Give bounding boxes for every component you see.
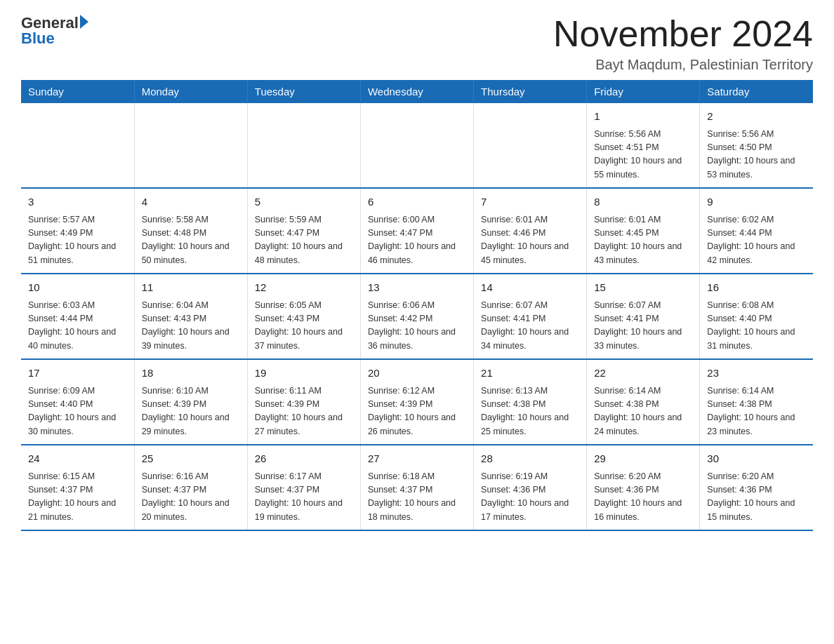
day-info: Sunrise: 6:18 AMSunset: 4:37 PMDaylight:… [368, 470, 466, 525]
day-info: Sunrise: 6:10 AMSunset: 4:39 PMDaylight:… [142, 384, 240, 439]
day-number: 9 [707, 194, 806, 210]
day-cell: 27Sunrise: 6:18 AMSunset: 4:37 PMDayligh… [360, 445, 473, 530]
day-number: 25 [142, 451, 240, 467]
day-cell: 16Sunrise: 6:08 AMSunset: 4:40 PMDayligh… [700, 274, 813, 359]
day-info: Sunrise: 6:14 AMSunset: 4:38 PMDaylight:… [594, 384, 692, 439]
day-cell: 20Sunrise: 6:12 AMSunset: 4:39 PMDayligh… [360, 359, 473, 445]
day-cell: 9Sunrise: 6:02 AMSunset: 4:44 PMDaylight… [700, 188, 813, 274]
logo-arrow-icon [80, 15, 88, 29]
day-cell [474, 103, 587, 188]
day-cell [21, 103, 134, 188]
day-cell: 28Sunrise: 6:19 AMSunset: 4:36 PMDayligh… [474, 445, 587, 530]
day-info: Sunrise: 6:04 AMSunset: 4:43 PMDaylight:… [142, 299, 240, 354]
day-info: Sunrise: 6:07 AMSunset: 4:41 PMDaylight:… [481, 299, 579, 354]
day-number: 19 [255, 365, 353, 382]
day-number: 4 [142, 194, 240, 210]
day-cell: 22Sunrise: 6:14 AMSunset: 4:38 PMDayligh… [587, 359, 700, 445]
location-subtitle: Bayt Maqdum, Palestinian Territory [553, 57, 813, 73]
day-number: 27 [368, 451, 466, 467]
day-number: 10 [28, 280, 127, 296]
day-cell: 29Sunrise: 6:20 AMSunset: 4:36 PMDayligh… [587, 445, 700, 530]
header-sunday: Sunday [21, 80, 134, 103]
header-tuesday: Tuesday [247, 80, 360, 103]
day-cell: 18Sunrise: 6:10 AMSunset: 4:39 PMDayligh… [134, 359, 247, 445]
day-number: 29 [594, 451, 692, 467]
day-cell [247, 103, 360, 188]
day-info: Sunrise: 6:03 AMSunset: 4:44 PMDaylight:… [28, 299, 127, 354]
day-number: 24 [28, 451, 127, 467]
day-number: 21 [481, 365, 579, 382]
day-info: Sunrise: 6:19 AMSunset: 4:36 PMDaylight:… [481, 470, 579, 525]
day-info: Sunrise: 6:13 AMSunset: 4:38 PMDaylight:… [481, 384, 579, 439]
day-cell: 10Sunrise: 6:03 AMSunset: 4:44 PMDayligh… [21, 274, 134, 359]
day-cell: 23Sunrise: 6:14 AMSunset: 4:38 PMDayligh… [700, 359, 813, 445]
header-saturday: Saturday [700, 80, 813, 103]
day-info: Sunrise: 6:12 AMSunset: 4:39 PMDaylight:… [368, 384, 466, 439]
day-cell: 7Sunrise: 6:01 AMSunset: 4:46 PMDaylight… [474, 188, 587, 274]
week-row-2: 3Sunrise: 5:57 AMSunset: 4:49 PMDaylight… [21, 188, 813, 274]
day-cell: 1Sunrise: 5:56 AMSunset: 4:51 PMDaylight… [587, 103, 700, 188]
day-info: Sunrise: 6:11 AMSunset: 4:39 PMDaylight:… [255, 384, 353, 439]
day-info: Sunrise: 6:15 AMSunset: 4:37 PMDaylight:… [28, 470, 127, 525]
day-number: 5 [255, 194, 353, 210]
header-monday: Monday [134, 80, 247, 103]
day-cell: 26Sunrise: 6:17 AMSunset: 4:37 PMDayligh… [247, 445, 360, 530]
day-info: Sunrise: 5:58 AMSunset: 4:48 PMDaylight:… [142, 213, 240, 268]
day-cell: 8Sunrise: 6:01 AMSunset: 4:45 PMDaylight… [587, 188, 700, 274]
day-number: 13 [368, 280, 466, 296]
day-info: Sunrise: 6:00 AMSunset: 4:47 PMDaylight:… [368, 213, 466, 268]
day-info: Sunrise: 6:09 AMSunset: 4:40 PMDaylight:… [28, 384, 127, 439]
day-cell [360, 103, 473, 188]
day-cell: 5Sunrise: 5:59 AMSunset: 4:47 PMDaylight… [247, 188, 360, 274]
day-cell: 25Sunrise: 6:16 AMSunset: 4:37 PMDayligh… [134, 445, 247, 530]
week-row-3: 10Sunrise: 6:03 AMSunset: 4:44 PMDayligh… [21, 274, 813, 359]
day-info: Sunrise: 6:14 AMSunset: 4:38 PMDaylight:… [707, 384, 806, 439]
day-cell: 17Sunrise: 6:09 AMSunset: 4:40 PMDayligh… [21, 359, 134, 445]
day-cell [134, 103, 247, 188]
week-row-4: 17Sunrise: 6:09 AMSunset: 4:40 PMDayligh… [21, 359, 813, 445]
week-row-5: 24Sunrise: 6:15 AMSunset: 4:37 PMDayligh… [21, 445, 813, 530]
day-number: 22 [594, 365, 692, 382]
day-cell: 12Sunrise: 6:05 AMSunset: 4:43 PMDayligh… [247, 274, 360, 359]
logo-blue: Blue [21, 29, 55, 48]
day-cell: 3Sunrise: 5:57 AMSunset: 4:49 PMDaylight… [21, 188, 134, 274]
day-info: Sunrise: 6:20 AMSunset: 4:36 PMDaylight:… [707, 470, 806, 525]
day-number: 15 [594, 280, 692, 296]
day-number: 28 [481, 451, 579, 467]
day-cell: 4Sunrise: 5:58 AMSunset: 4:48 PMDaylight… [134, 188, 247, 274]
day-info: Sunrise: 5:59 AMSunset: 4:47 PMDaylight:… [255, 213, 353, 268]
day-info: Sunrise: 6:07 AMSunset: 4:41 PMDaylight:… [594, 299, 692, 354]
day-number: 16 [707, 280, 806, 296]
day-cell: 30Sunrise: 6:20 AMSunset: 4:36 PMDayligh… [700, 445, 813, 530]
logo: General Blue [21, 14, 88, 48]
day-cell: 14Sunrise: 6:07 AMSunset: 4:41 PMDayligh… [474, 274, 587, 359]
calendar-header-row: SundayMondayTuesdayWednesdayThursdayFrid… [21, 80, 813, 103]
day-number: 17 [28, 365, 127, 382]
day-info: Sunrise: 6:20 AMSunset: 4:36 PMDaylight:… [594, 470, 692, 525]
week-row-1: 1Sunrise: 5:56 AMSunset: 4:51 PMDaylight… [21, 103, 813, 188]
day-number: 20 [368, 365, 466, 382]
day-number: 26 [255, 451, 353, 467]
header-friday: Friday [587, 80, 700, 103]
day-info: Sunrise: 6:16 AMSunset: 4:37 PMDaylight:… [142, 470, 240, 525]
day-number: 7 [481, 194, 579, 210]
day-cell: 13Sunrise: 6:06 AMSunset: 4:42 PMDayligh… [360, 274, 473, 359]
day-info: Sunrise: 5:56 AMSunset: 4:51 PMDaylight:… [594, 128, 692, 182]
day-number: 14 [481, 280, 579, 296]
day-info: Sunrise: 6:17 AMSunset: 4:37 PMDaylight:… [255, 470, 353, 525]
day-cell: 11Sunrise: 6:04 AMSunset: 4:43 PMDayligh… [134, 274, 247, 359]
day-number: 12 [255, 280, 353, 296]
page-header: General Blue November 2024 Bayt Maqdum, … [21, 14, 813, 73]
day-number: 11 [142, 280, 240, 296]
day-info: Sunrise: 5:56 AMSunset: 4:50 PMDaylight:… [707, 128, 806, 182]
day-cell: 2Sunrise: 5:56 AMSunset: 4:50 PMDaylight… [700, 103, 813, 188]
day-cell: 15Sunrise: 6:07 AMSunset: 4:41 PMDayligh… [587, 274, 700, 359]
calendar-table: SundayMondayTuesdayWednesdayThursdayFrid… [21, 80, 813, 531]
day-cell: 19Sunrise: 6:11 AMSunset: 4:39 PMDayligh… [247, 359, 360, 445]
day-number: 23 [707, 365, 806, 382]
day-info: Sunrise: 6:02 AMSunset: 4:44 PMDaylight:… [707, 213, 806, 268]
day-number: 8 [594, 194, 692, 210]
day-number: 18 [142, 365, 240, 382]
header-thursday: Thursday [474, 80, 587, 103]
day-info: Sunrise: 6:08 AMSunset: 4:40 PMDaylight:… [707, 299, 806, 354]
